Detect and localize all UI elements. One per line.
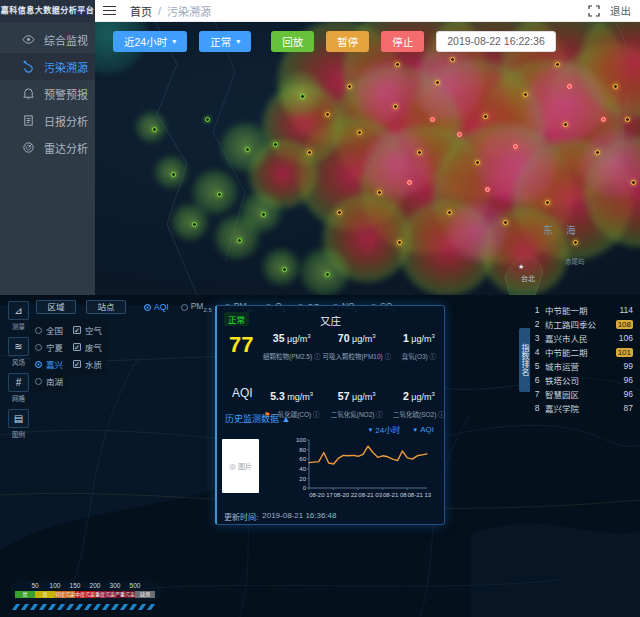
period-dropdown[interactable]: ▼ 24小时 (367, 424, 400, 435)
breadcrumb-home[interactable]: 首页 (130, 3, 152, 19)
ranking-vertical-tab[interactable]: 指数排名 (519, 328, 530, 392)
station-marker[interactable] (337, 210, 342, 215)
checkbox-icon: ✓ (73, 360, 81, 368)
station-marker[interactable] (457, 132, 462, 137)
station-marker[interactable] (245, 147, 250, 152)
station-marker[interactable] (205, 117, 210, 122)
station-marker[interactable] (625, 117, 630, 122)
station-marker[interactable] (407, 180, 412, 185)
station-marker[interactable] (325, 272, 330, 277)
station-marker[interactable] (483, 114, 488, 119)
detail-city-map[interactable]: ⊿测量≋风场#网格▤图例 区域 站点 AQIPM2.5PM10O3CONO2SO… (0, 295, 640, 617)
station-marker[interactable] (397, 240, 402, 245)
status-dropdown[interactable]: 正常 ▾ (199, 31, 251, 52)
info-icon[interactable]: ⓘ (314, 353, 321, 360)
station-marker[interactable] (307, 150, 312, 155)
stop-button[interactable]: 停止 (381, 31, 424, 52)
legend-tick: 300 (110, 582, 121, 589)
info-icon[interactable]: ⓘ (376, 411, 383, 418)
ranking-row[interactable]: 4中节能二期101 (530, 345, 636, 359)
station-marker[interactable] (377, 190, 382, 195)
station-marker[interactable] (395, 62, 400, 67)
fullscreen-icon[interactable] (588, 5, 600, 17)
station-marker[interactable] (475, 160, 480, 165)
metric-option-PM2.5[interactable]: PM2.5 (181, 301, 212, 313)
station-option-水质[interactable]: ✓水质 (73, 358, 102, 370)
station-marker[interactable] (485, 187, 490, 192)
station-marker[interactable] (567, 84, 572, 89)
map-tool-风场[interactable]: ≋风场 (8, 337, 29, 367)
station-marker[interactable] (601, 117, 606, 122)
ranking-row[interactable]: 8嘉兴学院87 (530, 401, 636, 415)
station-marker[interactable] (261, 212, 266, 217)
station-button[interactable]: 站点 (86, 300, 126, 314)
station-marker[interactable] (171, 172, 176, 177)
station-option-废气[interactable]: ✓废气 (73, 341, 102, 353)
ranking-row[interactable]: 7智慧园区96 (530, 387, 636, 401)
station-marker[interactable] (300, 94, 305, 99)
info-icon[interactable]: ⓘ (438, 411, 445, 418)
station-marker[interactable] (563, 122, 568, 127)
station-marker[interactable] (192, 222, 197, 227)
chart-metric-dropdown[interactable]: ▼ AQI (412, 424, 434, 435)
ranking-row[interactable]: 1中节能一期114 (530, 303, 636, 317)
metric-option-AQI[interactable]: AQI (144, 301, 169, 313)
map-tool-图例[interactable]: ▤图例 (8, 409, 29, 439)
station-marker[interactable] (282, 267, 287, 272)
station-marker[interactable] (555, 62, 560, 67)
station-marker[interactable] (450, 57, 455, 62)
station-marker[interactable] (217, 192, 222, 197)
datetime-picker[interactable]: 2019-08-22 16:22:36 (436, 31, 556, 52)
station-marker[interactable] (545, 200, 550, 205)
wind-slash (138, 604, 146, 610)
sidebar-item-monitor[interactable]: 综合监视 (0, 26, 95, 53)
station-marker[interactable] (573, 240, 578, 245)
station-marker[interactable] (447, 210, 452, 215)
station-marker[interactable] (347, 84, 352, 89)
station-marker[interactable] (393, 104, 398, 109)
station-marker[interactable] (503, 220, 508, 225)
region-button[interactable]: 区域 (36, 300, 76, 314)
station-marker[interactable] (435, 80, 440, 85)
time-range-dropdown[interactable]: 近24小时 ▾ (113, 31, 187, 52)
ranking-row[interactable]: 6铁塔公司96 (530, 373, 636, 387)
station-marker[interactable] (430, 117, 435, 122)
info-icon[interactable]: ⓘ (430, 353, 437, 360)
ranking-row[interactable]: 2纺工路四季公108 (530, 317, 636, 331)
sidebar-item-radar[interactable]: 雷达分析 (0, 134, 95, 161)
map-tool-网格[interactable]: #网格 (8, 373, 29, 403)
pause-button[interactable]: 暂停 (326, 31, 369, 52)
station-marker[interactable] (523, 92, 528, 97)
sidebar-item-daily[interactable]: 日报分析 (0, 107, 95, 134)
ranking-row[interactable]: 3嘉兴市人民106 (530, 331, 636, 345)
region-option-南湖[interactable]: 南湖 (35, 375, 63, 387)
station-photo-placeholder[interactable]: ◎ 图片 (222, 439, 259, 493)
pollution-heatmap-map[interactable]: 东 海 赤尾屿 台北 ★ ★ 近24小时 ▾ 正常 ▾ 回放 暂停 停止 201… (95, 22, 640, 295)
map-tool-测量[interactable]: ⊿测量 (8, 301, 29, 331)
station-marker[interactable] (152, 127, 157, 132)
island-label-chiweiyu: 赤尾屿 (565, 256, 585, 266)
playback-button[interactable]: 回放 (271, 31, 314, 52)
station-marker[interactable] (237, 238, 242, 243)
station-marker[interactable] (273, 142, 278, 147)
station-option-空气[interactable]: ✓空气 (73, 324, 102, 336)
region-option-嘉兴[interactable]: 嘉兴 (35, 358, 63, 370)
station-marker[interactable] (513, 144, 518, 149)
region-option-宁夏[interactable]: 宁夏 (35, 341, 63, 353)
menu-toggle-icon[interactable] (103, 6, 116, 16)
svg-text:08-21 03: 08-21 03 (358, 492, 382, 498)
wind-slash (120, 604, 128, 610)
logout-button[interactable]: 退出 (610, 3, 631, 18)
station-marker[interactable] (417, 150, 422, 155)
station-marker[interactable] (357, 130, 362, 135)
station-marker[interactable] (595, 150, 600, 155)
info-icon[interactable]: ⓘ (313, 411, 320, 418)
station-marker[interactable] (613, 84, 618, 89)
sidebar-item-warning[interactable]: 预警预报 (0, 80, 95, 107)
info-icon[interactable]: ⓘ (385, 353, 392, 360)
station-marker[interactable] (631, 180, 636, 185)
station-marker[interactable] (325, 112, 330, 117)
region-option-全国[interactable]: 全国 (35, 324, 63, 336)
ranking-row[interactable]: 5城市运营99 (530, 359, 636, 373)
sidebar-item-trace[interactable]: 污染溯源 (0, 53, 95, 80)
